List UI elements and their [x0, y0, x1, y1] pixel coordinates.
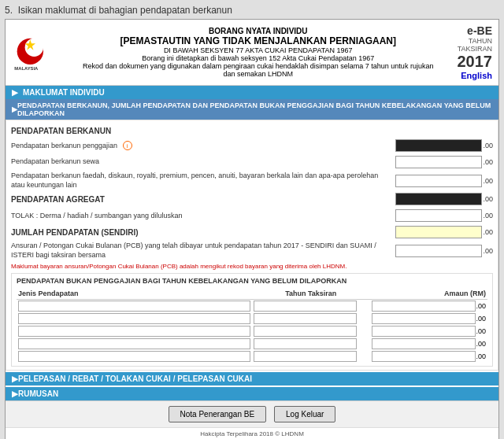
ns-jenis-input-0[interactable] [18, 301, 250, 312]
jumlah-input[interactable] [395, 226, 482, 238]
ns-tahun-input-0[interactable] [254, 301, 357, 312]
pcb-note: Maklumat bayaran ansuran/Potongan Cukai … [11, 263, 493, 270]
ns-jenis-cell [17, 350, 252, 363]
tolak-label: TOLAK : Derma / hadiah / sumbangan yang … [11, 212, 395, 221]
footer-buttons: Nota Penerangan BE Log Keluar [6, 400, 498, 427]
ns-amaun-cell: .00 [370, 338, 488, 350]
ns-amaun-cell: .00 [370, 300, 488, 312]
pelepasan-bar[interactable]: ▶ PELEPASAN / REBAT / TOLAKAN CUKAI / PE… [6, 372, 498, 386]
col-jenis-header: Jenis Pendapatan [17, 288, 252, 300]
agregat-input[interactable] [395, 193, 482, 205]
faedah-input[interactable] [395, 175, 482, 187]
rumusan-arrow-icon: ▶ [12, 389, 18, 398]
ns-jenis-input-2[interactable] [18, 326, 250, 337]
nota-button[interactable]: Nota Penerangan BE [169, 406, 267, 422]
ns-tahun-input-3[interactable] [254, 338, 357, 349]
ns-amaun-dot-3: .00 [476, 340, 486, 348]
faedah-row: Pendapatan berkanun faedah, diskaun, roy… [11, 172, 493, 190]
pendapatan-section-bar[interactable]: ▶ PENDAPATAN BERKANUN, JUMLAH PENDAPATAN… [6, 99, 498, 120]
pendapatan-arrow-icon: ▶ [12, 105, 17, 113]
borang-sub1: DI BAWAH SEKSYEN 77 AKTA CUKAI PENDAPATA… [59, 46, 458, 54]
tolak-input-area: .00 [395, 209, 493, 222]
pcb-input-area: .00 [395, 245, 493, 257]
sewa-label: Pendapatan berkanun sewa [11, 157, 395, 167]
penggajian-input[interactable] [395, 139, 482, 152]
ns-tahun-input-4[interactable] [254, 351, 357, 362]
borang-title: BORANG NYATA INDIVIDU [59, 27, 458, 35]
jumlah-input-area: .00 [395, 226, 493, 238]
ns-amaun-dot-0: .00 [476, 302, 486, 310]
sewa-input-area: .00 [395, 156, 493, 168]
ns-amaun-cell: .00 [370, 325, 488, 338]
english-link[interactable]: English [461, 71, 492, 80]
penggajian-input-area: .00 [395, 139, 493, 152]
ns-amaun-input-4[interactable] [372, 351, 476, 362]
tolak-row: TOLAK : Derma / hadiah / sumbangan yang … [11, 208, 493, 223]
sewa-input[interactable] [395, 156, 482, 168]
ns-amaun-input-2[interactable] [372, 326, 476, 337]
rumusan-bar[interactable]: ▶ RUMUSAN [6, 387, 498, 400]
ns-jenis-cell [17, 299, 252, 312]
agregat-row: PENDAPATAN AGREGAT .00 [11, 192, 493, 206]
ns-amaun-dot-2: .00 [476, 327, 486, 335]
svg-point-2 [25, 38, 43, 56]
logo-area: MALAYSIA [12, 24, 51, 80]
ns-jenis-input-4[interactable] [18, 351, 250, 362]
borang-sub4: dan semakan LHDNM [59, 70, 458, 78]
faedah-input-area: .00 [395, 175, 493, 187]
ns-amaun-cell: .00 [370, 312, 488, 325]
non-salary-row: .00 [17, 338, 487, 350]
header: MALAYSIA BORANG NYATA INDIVIDU [PEMASTAU… [6, 20, 498, 86]
tolak-input[interactable] [395, 209, 482, 222]
ns-amaun-dot-1: .00 [476, 315, 486, 323]
content-main: PENDAPATAN BERKANUN Pendapatan berkanun … [6, 120, 498, 371]
maklumat-individu-bar[interactable]: ▶ MAKLUMAT INDIVIDU [6, 86, 498, 99]
pendapatan-section-label: PENDAPATAN BERKANUN, JUMLAH PENDAPATAN D… [17, 101, 492, 117]
pcb-input[interactable] [395, 245, 482, 257]
lhdn-logo: MALAYSIA [12, 33, 51, 72]
ns-jenis-cell [17, 338, 252, 350]
step-label: 5. Isikan maklumat di bahagian pendapata… [5, 5, 499, 16]
non-salary-table: Jenis Pendapatan Tahun Taksiran Amaun (R… [17, 288, 487, 363]
sewa-row: Pendapatan berkanun sewa .00 [11, 155, 493, 169]
agregat-dot: .00 [483, 195, 493, 203]
hak-cipta: Hakcipta Terpelihara 2018 © LHDNM [8, 430, 496, 437]
ns-jenis-input-3[interactable] [18, 338, 250, 349]
ns-tahun-cell [252, 325, 370, 338]
svg-text:MALAYSIA: MALAYSIA [14, 65, 39, 70]
agregat-input-area: .00 [395, 193, 493, 205]
rumusan-label: RUMUSAN [18, 389, 58, 398]
faedah-dot: .00 [483, 177, 493, 185]
jumlah-dot: .00 [483, 228, 493, 236]
pcb-label: Ansuran / Potongan Cukai Bulanan (PCB) y… [11, 242, 395, 260]
agregat-label: PENDAPATAN AGREGAT [11, 195, 395, 204]
non-salary-row: .00 [17, 299, 487, 312]
non-salary-row: .00 [17, 312, 487, 325]
outer-container: 5. Isikan maklumat di bahagian pendapata… [0, 0, 504, 439]
ns-amaun-input-0[interactable] [372, 301, 476, 312]
ebe-label: e-BE [467, 24, 492, 37]
borang-sub2: Borang ini ditetapkan di bawah seksyen 1… [59, 54, 458, 62]
pcb-row: Ansuran / Potongan Cukai Bulanan (PCB) y… [11, 242, 493, 260]
penggajian-info-icon[interactable]: i [123, 141, 132, 150]
pendapatan-berkanun-title: PENDAPATAN BERKANUN [11, 127, 493, 135]
maklumat-label: MAKLUMAT INDIVIDU [23, 88, 105, 97]
ns-amaun-input-1[interactable] [372, 313, 476, 324]
log-keluar-button[interactable]: Log Keluar [274, 406, 335, 422]
maklumat-arrow-icon: ▶ [12, 88, 18, 97]
non-salary-row: .00 [17, 350, 487, 363]
ns-amaun-input-3[interactable] [372, 338, 476, 349]
borang-sub3: Rekod dan dokumen yang digunakan dalam p… [59, 62, 458, 70]
ns-jenis-input-1[interactable] [18, 313, 250, 324]
year-label: 2017 [458, 53, 493, 71]
ns-tahun-input-2[interactable] [254, 326, 357, 337]
ns-amaun-cell: .00 [370, 350, 488, 363]
ns-tahun-input-1[interactable] [254, 313, 357, 324]
jumlah-label: JUMLAH PENDAPATAN (SENDIRI) [11, 228, 395, 237]
penggajian-dot: .00 [483, 142, 493, 149]
non-salary-row: .00 [17, 325, 487, 338]
sewa-dot: .00 [483, 158, 493, 166]
ns-tahun-cell [252, 338, 370, 350]
ns-tahun-cell [252, 350, 370, 363]
faedah-label: Pendapatan berkanun faedah, diskaun, roy… [11, 172, 395, 190]
